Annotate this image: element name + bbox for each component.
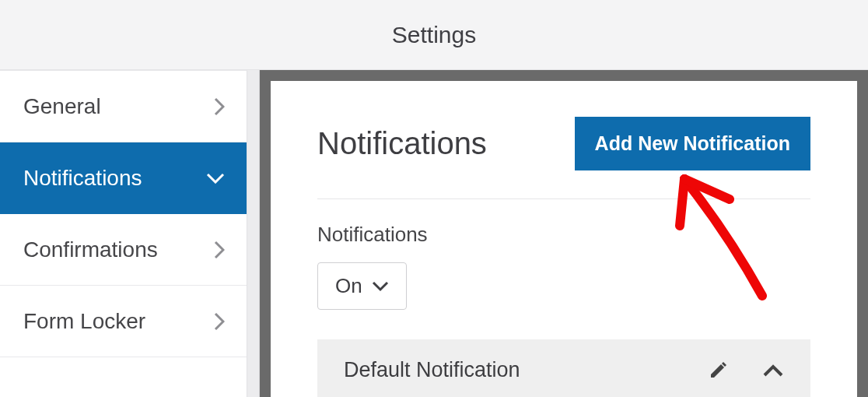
notifications-panel: Notifications Add New Notification Notif… <box>271 81 857 397</box>
main-frame: Notifications Add New Notification Notif… <box>260 70 868 397</box>
page-header: Settings <box>0 0 868 70</box>
notification-item-title: Default Notification <box>344 358 520 382</box>
panel-resizer[interactable] <box>247 70 260 397</box>
chevron-right-icon <box>214 312 225 331</box>
add-new-notification-button[interactable]: Add New Notification <box>575 117 810 170</box>
chevron-right-icon <box>214 241 225 259</box>
notification-item-actions <box>708 360 784 381</box>
notifications-toggle-select[interactable]: On <box>317 262 407 310</box>
notifications-toggle-block: Notifications On <box>317 223 810 310</box>
notifications-toggle-label: Notifications <box>317 223 810 247</box>
sidebar-item-notifications[interactable]: Notifications <box>0 142 247 214</box>
page-body: General Notifications Confirmations Form… <box>0 70 868 397</box>
sidebar-item-general[interactable]: General <box>0 71 247 142</box>
chevron-down-icon <box>372 281 389 292</box>
panel-header: Notifications Add New Notification <box>317 117 810 199</box>
chevron-up-icon[interactable] <box>762 364 784 378</box>
sidebar-item-confirmations[interactable]: Confirmations <box>0 214 247 286</box>
settings-sidebar: General Notifications Confirmations Form… <box>0 70 247 397</box>
sidebar-item-label: Notifications <box>23 166 142 191</box>
notification-item-row[interactable]: Default Notification <box>317 339 810 397</box>
sidebar-item-form-locker[interactable]: Form Locker <box>0 286 247 357</box>
sidebar-item-label: Confirmations <box>23 237 158 262</box>
chevron-right-icon <box>214 97 225 116</box>
panel-title: Notifications <box>317 126 487 161</box>
select-value: On <box>335 274 362 298</box>
sidebar-item-label: Form Locker <box>23 309 145 334</box>
chevron-down-icon <box>206 173 225 184</box>
edit-icon[interactable] <box>708 360 728 381</box>
sidebar-item-label: General <box>23 94 101 119</box>
page-title: Settings <box>392 22 476 48</box>
